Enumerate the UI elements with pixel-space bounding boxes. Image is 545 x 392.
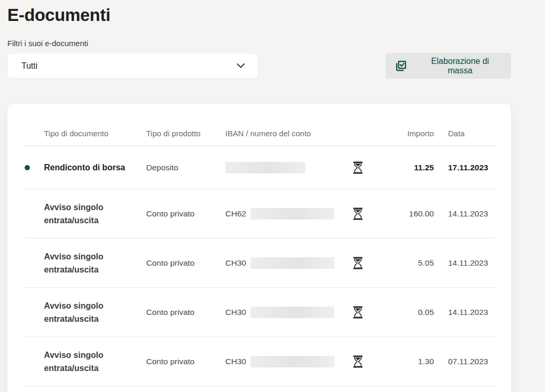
hourglass-pending-icon <box>348 355 367 368</box>
column-header-product-type: Tipo di prodotto <box>146 129 225 138</box>
iban-prefix: CH30 <box>225 357 246 366</box>
amount: 1.30 <box>367 357 434 366</box>
date: 07.11.2023 <box>434 357 495 366</box>
document-type: Rendiconto di borsa <box>44 161 146 174</box>
amount: 0.05 <box>367 308 434 317</box>
amount: 160.00 <box>367 209 434 219</box>
bulk-processing-button-label: Elaborazione di massa <box>418 57 502 75</box>
bulk-edit-check-icon <box>395 60 407 72</box>
document-type: Avviso singolo entrata/uscita <box>44 250 146 276</box>
redacted-iban-box <box>250 257 334 269</box>
column-header-iban: IBAN / numero del conto <box>225 129 348 138</box>
date: 14.11.2023 <box>434 308 495 317</box>
product-type: Deposito <box>146 163 225 172</box>
unread-indicator-dot <box>25 165 30 170</box>
product-type: Conto privato <box>146 209 225 219</box>
amount: 11.25 <box>367 163 434 172</box>
controls-bar: Tutti Elaborazione di massa <box>7 53 511 79</box>
document-type: Avviso singolo entrata/uscita <box>44 299 146 325</box>
document-filter-select[interactable]: Tutti <box>7 53 258 79</box>
product-type: Conto privato <box>146 308 225 317</box>
bulk-processing-button[interactable]: Elaborazione di massa <box>386 53 511 79</box>
hourglass-pending-icon <box>348 208 367 220</box>
redacted-iban-box <box>250 208 334 220</box>
date: 14.11.2023 <box>434 209 495 219</box>
filter-label: Filtri i suoi e-documenti <box>7 39 511 48</box>
iban-prefix: CH30 <box>225 308 246 317</box>
filter-selected-value: Tutti <box>21 61 38 71</box>
table-row[interactable]: Avviso singolo entrata/uscita Conto priv… <box>25 189 495 238</box>
hourglass-pending-icon <box>348 257 367 269</box>
hourglass-pending-icon <box>348 161 367 174</box>
redacted-iban-box <box>250 307 334 318</box>
column-header-document-type: Tipo di documento <box>44 129 146 138</box>
table-row[interactable]: Avviso singolo entrata/uscita Conto priv… <box>25 337 495 386</box>
table-row[interactable]: Avviso singolo entrata/uscita Conto priv… <box>25 238 495 288</box>
page-title: E-documenti <box>7 5 511 25</box>
product-type: Conto privato <box>146 357 225 366</box>
column-header-date: Data <box>434 129 495 138</box>
document-type: Avviso singolo entrata/uscita <box>44 201 146 227</box>
chevron-down-icon <box>236 63 245 69</box>
document-type: Avviso singolo entrata/uscita <box>44 349 146 375</box>
product-type: Conto privato <box>146 258 225 268</box>
table-row[interactable]: Rendiconto di borsa Deposito 11.25 17.11… <box>25 146 495 189</box>
redacted-iban-box <box>225 162 306 173</box>
iban-prefix: CH30 <box>225 258 246 268</box>
edocuments-card: Tipo di documento Tipo di prodotto IBAN … <box>7 104 511 392</box>
amount: 5.05 <box>367 258 434 268</box>
hourglass-pending-icon <box>348 306 367 319</box>
table-header-row: Tipo di documento Tipo di prodotto IBAN … <box>25 104 495 146</box>
iban-prefix: CH62 <box>225 209 246 219</box>
column-header-amount: Importo <box>367 129 434 138</box>
date: 14.11.2023 <box>434 258 495 268</box>
table-row[interactable]: Avviso singolo entrata/uscita Conto priv… <box>25 288 495 337</box>
date: 17.11.2023 <box>434 163 495 172</box>
redacted-iban-box <box>250 356 334 367</box>
